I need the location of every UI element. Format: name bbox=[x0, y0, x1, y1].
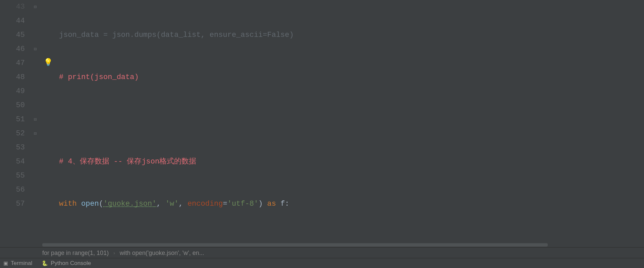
code-line[interactable]: # print(json_data) bbox=[59, 70, 644, 84]
line-number: 53 bbox=[0, 141, 25, 155]
fold-toggle-icon[interactable]: ⊟ bbox=[32, 117, 38, 123]
line-number: 47 bbox=[0, 56, 25, 70]
code-line[interactable]: with open('guoke.json', 'w', encoding='u… bbox=[59, 197, 644, 211]
fold-toggle-icon[interactable]: ⊟ bbox=[32, 4, 38, 10]
line-number: 46 bbox=[0, 42, 25, 56]
line-number: 49 bbox=[0, 84, 25, 98]
line-number: 44 bbox=[0, 14, 25, 28]
breadcrumb-item[interactable]: with open('guoke.json', 'w', en... bbox=[120, 248, 204, 258]
line-number: 45 bbox=[0, 28, 25, 42]
code-content[interactable]: json_data = json.dumps(data_list, ensure… bbox=[56, 0, 644, 243]
code-line[interactable] bbox=[59, 113, 644, 127]
python-icon: 🐍 bbox=[42, 260, 48, 266]
code-line[interactable]: # 4、保存数据 -- 保存json格式的数据 bbox=[59, 155, 644, 169]
intention-gutter: 💡 bbox=[42, 0, 56, 243]
line-number: 51 bbox=[0, 113, 25, 127]
line-number: 57 bbox=[0, 197, 25, 211]
tool-label: Terminal bbox=[11, 260, 32, 267]
code-area[interactable]: 43 44 45 46 47 48 49 50 51 52 53 54 55 5… bbox=[0, 0, 644, 243]
line-number: 56 bbox=[0, 183, 25, 197]
tool-label: Python Console bbox=[51, 260, 91, 267]
line-number: 52 bbox=[0, 127, 25, 141]
code-line[interactable]: f.write(json_data) bbox=[59, 239, 644, 243]
line-number: 54 bbox=[0, 155, 25, 169]
terminal-tool-button[interactable]: ▣ Terminal bbox=[3, 260, 32, 267]
fold-toggle-icon[interactable]: ⊟ bbox=[32, 131, 38, 137]
fold-gutter: ⊟ ⊟ ⊟ ⊟ bbox=[30, 0, 42, 243]
line-number: 55 bbox=[0, 169, 25, 183]
fold-toggle-icon[interactable]: ⊟ bbox=[32, 46, 38, 52]
line-number: 43 bbox=[0, 0, 25, 14]
terminal-icon: ▣ bbox=[3, 260, 8, 266]
code-editor: 43 44 45 46 47 48 49 50 51 52 53 54 55 5… bbox=[0, 0, 644, 268]
breadcrumb-item[interactable]: for page in range(1, 101) bbox=[42, 248, 109, 258]
line-number-gutter: 43 44 45 46 47 48 49 50 51 52 53 54 55 5… bbox=[0, 0, 30, 243]
horizontal-scrollbar[interactable] bbox=[0, 243, 644, 247]
breadcrumb-bar[interactable]: for page in range(1, 101) › with open('g… bbox=[0, 247, 644, 258]
line-number: 50 bbox=[0, 98, 25, 113]
tool-window-bar[interactable]: ▣ Terminal 🐍 Python Console bbox=[0, 258, 644, 268]
lightbulb-icon[interactable]: 💡 bbox=[44, 59, 52, 67]
python-console-tool-button[interactable]: 🐍 Python Console bbox=[42, 260, 91, 267]
line-number: 48 bbox=[0, 70, 25, 84]
chevron-right-icon: › bbox=[113, 248, 115, 258]
code-line[interactable]: json_data = json.dumps(data_list, ensure… bbox=[59, 28, 644, 42]
scrollbar-thumb[interactable] bbox=[42, 243, 548, 247]
